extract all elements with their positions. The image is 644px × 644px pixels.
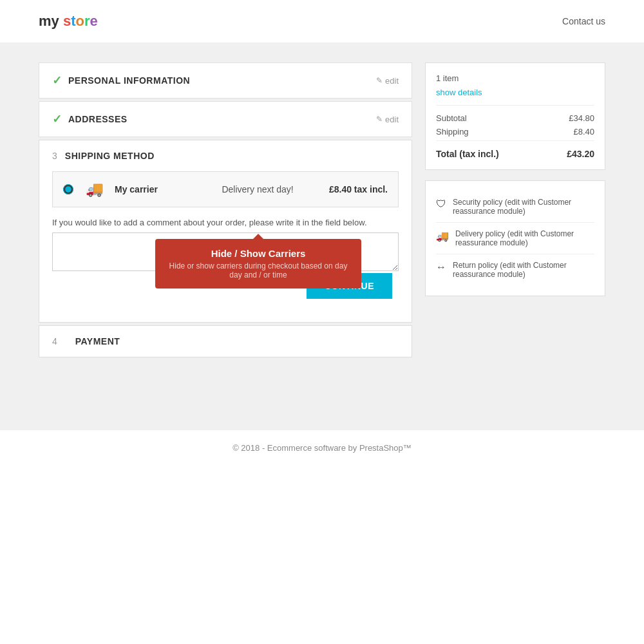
step4-number: 4 xyxy=(52,336,57,346)
summary-box: 1 item show details Subtotal £34.80 Ship… xyxy=(425,62,605,170)
step2-header: ✓ ADDRESSES xyxy=(52,112,128,126)
step3-header: 3 SHIPPING METHOD xyxy=(52,151,399,161)
shipping-row: Shipping £8.40 xyxy=(436,127,594,137)
step2-edit-link[interactable]: ✎ edit xyxy=(376,115,399,124)
carrier-name: My carrier xyxy=(115,184,214,194)
carrier-icon: 🚚 xyxy=(81,180,107,199)
step1-check-icon: ✓ xyxy=(52,73,62,88)
step-shipping-method: 3 SHIPPING METHOD 🚚 My carrier Delivery … xyxy=(39,140,412,323)
carrier-delivery: Delivery next day! xyxy=(222,184,321,194)
return-icon: ↔ xyxy=(436,261,446,273)
tooltip-popup: Hide / Show Carriers Hide or show carrie… xyxy=(155,239,361,289)
step1-title: PERSONAL INFORMATION xyxy=(68,75,190,86)
comment-label: If you would like to add a comment about… xyxy=(52,218,399,227)
comment-area-wrapper: Hide / Show Carriers Hide or show carrie… xyxy=(52,232,399,299)
tooltip-description: Hide or show carriers during checkout ba… xyxy=(167,261,350,279)
shipping-label: Shipping xyxy=(436,127,469,137)
checkout-steps: ✓ PERSONAL INFORMATION ✎ edit ✓ ADDRESSE… xyxy=(39,62,412,410)
logo: my store xyxy=(39,13,98,30)
step3-title: SHIPPING METHOD xyxy=(65,151,155,161)
step-addresses: ✓ ADDRESSES ✎ edit xyxy=(39,101,412,137)
show-details-link[interactable]: show details xyxy=(436,88,482,97)
reassurance-return: ↔ Return policy (edit with Customer reas… xyxy=(436,254,594,285)
footer-text: © 2018 - Ecommerce software by PrestaSho… xyxy=(232,443,412,453)
step4-title: PAYMENT xyxy=(75,336,120,346)
carrier-row: 🚚 My carrier Delivery next day! £8.40 ta… xyxy=(52,171,399,207)
subtotal-row: Subtotal £34.80 xyxy=(436,113,594,123)
step3-number: 3 xyxy=(52,151,57,161)
reassurance-security: 🛡 Security policy (edit with Customer re… xyxy=(436,191,594,223)
pencil-icon-2: ✎ xyxy=(376,115,383,124)
items-count: 1 item xyxy=(436,73,594,83)
step-payment: 4 PAYMENT xyxy=(39,325,412,357)
step-personal-information: ✓ PERSONAL INFORMATION ✎ edit xyxy=(39,62,412,99)
header: my store Contact us xyxy=(0,0,644,43)
carrier-price: £8.40 tax incl. xyxy=(329,184,388,194)
page-wrapper: my store Contact us ✓ PERSONAL INFORMATI… xyxy=(0,0,644,644)
subtotal-label: Subtotal xyxy=(436,113,467,123)
footer: © 2018 - Ecommerce software by PrestaSho… xyxy=(0,430,644,466)
truck-icon: 🚚 xyxy=(86,181,103,198)
contact-link[interactable]: Contact us xyxy=(562,16,605,26)
total-label: Total (tax incl.) xyxy=(436,149,499,159)
delivery-icon: 🚚 xyxy=(436,230,449,242)
delivery-policy-text: Delivery policy (edit with Customer reas… xyxy=(455,229,594,247)
subtotal-value: £34.80 xyxy=(569,113,594,123)
step2-title: ADDRESSES xyxy=(68,114,128,124)
carrier-radio[interactable] xyxy=(63,184,73,194)
total-row: Total (tax incl.) £43.20 xyxy=(436,140,594,159)
step1-edit-link[interactable]: ✎ edit xyxy=(376,76,399,86)
step2-check-icon: ✓ xyxy=(52,112,62,126)
summary-divider xyxy=(436,105,594,106)
pencil-icon: ✎ xyxy=(376,76,383,85)
tooltip-pin xyxy=(253,234,263,239)
shield-icon: 🛡 xyxy=(436,198,446,210)
return-policy-text: Return policy (edit with Customer reassu… xyxy=(453,261,594,279)
main-content: ✓ PERSONAL INFORMATION ✎ edit ✓ ADDRESSE… xyxy=(0,43,644,430)
step4-header: 4 PAYMENT xyxy=(52,336,399,346)
shipping-value: £8.40 xyxy=(573,127,594,137)
reassurance-delivery: 🚚 Delivery policy (edit with Customer re… xyxy=(436,223,594,254)
security-policy-text: Security policy (edit with Customer reas… xyxy=(453,198,594,216)
total-value: £43.20 xyxy=(567,149,594,159)
order-summary: 1 item show details Subtotal £34.80 Ship… xyxy=(425,62,605,410)
step1-header: ✓ PERSONAL INFORMATION xyxy=(52,73,190,88)
tooltip-title: Hide / Show Carriers xyxy=(167,248,350,259)
reassurance-box: 🛡 Security policy (edit with Customer re… xyxy=(425,180,605,296)
